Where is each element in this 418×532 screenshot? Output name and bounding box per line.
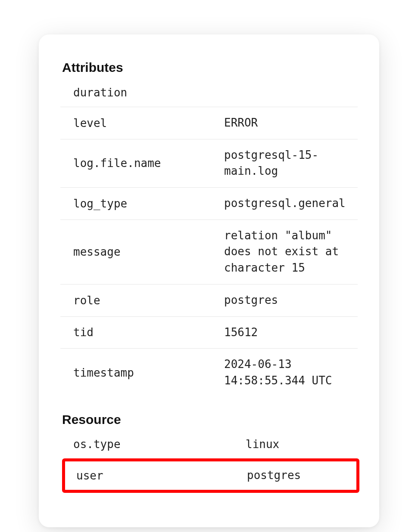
resource-row-highlighted: user postgres: [62, 458, 359, 493]
resource-row: os.type linux: [60, 430, 358, 459]
resource-value: postgres: [247, 467, 356, 484]
attribute-value: postgresql-15-main.log: [224, 147, 358, 179]
attribute-value: relation "album" does not exist at chara…: [224, 228, 358, 276]
attribute-value: postgres: [224, 292, 358, 309]
resource-key: user: [76, 469, 247, 482]
attribute-row: timestamp 2024-06-13 14:58:55.344 UTC: [60, 349, 358, 396]
attribute-row: level ERROR: [60, 107, 358, 139]
attribute-key: timestamp: [73, 366, 224, 379]
attribute-row: duration: [60, 78, 358, 107]
attribute-value: postgresql.general: [224, 195, 358, 212]
attribute-value: 15612: [224, 325, 358, 341]
resource-heading: Resource: [60, 412, 358, 427]
attribute-row: message relation "album" does not exist …: [60, 220, 358, 285]
attribute-value: ERROR: [224, 115, 358, 131]
attribute-key: level: [73, 117, 224, 130]
attribute-key: log.file.name: [73, 157, 224, 170]
attributes-card: Attributes duration level ERROR log.file…: [39, 34, 379, 527]
attribute-row: log.file.name postgresql-15-main.log: [60, 139, 358, 188]
attribute-row: tid 15612: [60, 317, 358, 349]
attribute-key: duration: [73, 86, 224, 99]
attribute-row: role postgres: [60, 285, 358, 317]
resource-key: os.type: [73, 438, 246, 451]
attribute-key: tid: [73, 326, 224, 339]
attributes-heading: Attributes: [60, 60, 358, 75]
attribute-key: message: [73, 245, 224, 258]
attribute-value: 2024-06-13 14:58:55.344 UTC: [224, 356, 358, 389]
attribute-row: log_type postgresql.general: [60, 188, 358, 220]
attribute-key: role: [73, 294, 224, 307]
attribute-key: log_type: [73, 197, 224, 210]
resource-value: linux: [246, 436, 358, 453]
